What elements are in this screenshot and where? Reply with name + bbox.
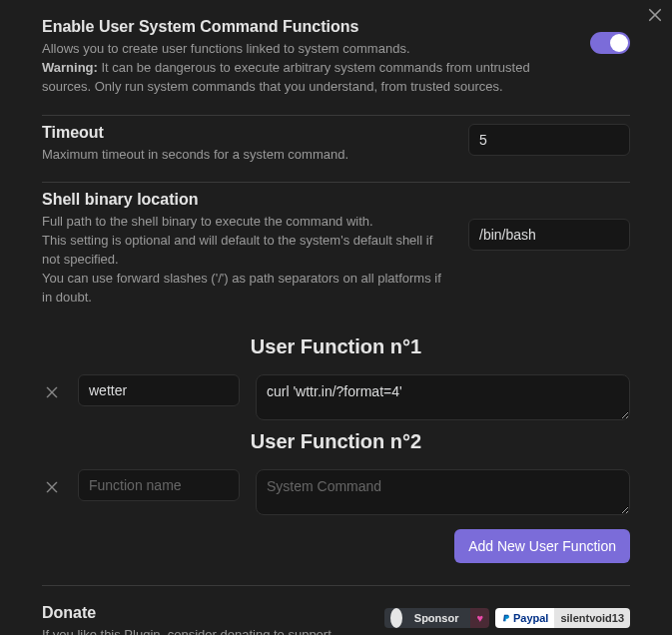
user-function-heading-1: User Function n°1 xyxy=(42,335,630,358)
user-function-heading-2: User Function n°2 xyxy=(42,430,630,453)
function-name-input[interactable] xyxy=(78,374,240,406)
setting-title: Enable User System Command Functions xyxy=(42,18,570,36)
setting-title: Timeout xyxy=(42,124,448,142)
user-function-row xyxy=(42,469,630,515)
setting-shell-binary: Shell binary location Full path to the s… xyxy=(42,182,630,324)
function-command-input[interactable] xyxy=(256,469,630,515)
setting-description: Maximum timeout in seconds for a system … xyxy=(42,146,448,165)
github-sponsor-badge[interactable]: Sponsor ♥ xyxy=(384,608,489,628)
add-user-function-button[interactable]: Add New User Function xyxy=(454,529,630,563)
donate-section: Donate If you like this Plugin, consider… xyxy=(42,586,630,635)
remove-function-button[interactable] xyxy=(42,469,62,505)
setting-title: Shell binary location xyxy=(42,191,448,209)
function-name-input[interactable] xyxy=(78,469,240,501)
paypal-icon xyxy=(501,612,511,624)
paypal-badge[interactable]: Paypal silentvoid13 xyxy=(495,608,630,628)
shell-binary-input[interactable] xyxy=(468,219,630,251)
setting-enable-user-system-cmd: Enable User System Command Functions All… xyxy=(42,18,630,115)
user-function-row xyxy=(42,374,630,420)
heart-icon: ♥ xyxy=(470,608,489,628)
function-command-input[interactable] xyxy=(256,374,630,420)
timeout-input[interactable] xyxy=(468,124,630,156)
close-icon[interactable] xyxy=(646,6,664,24)
setting-timeout: Timeout Maximum timeout in seconds for a… xyxy=(42,115,630,183)
setting-description: Allows you to create user functions link… xyxy=(42,40,570,97)
remove-function-button[interactable] xyxy=(42,374,62,410)
donate-description: If you like this Plugin, consider donati… xyxy=(42,626,364,635)
donate-title: Donate xyxy=(42,604,364,622)
enable-toggle[interactable] xyxy=(590,32,630,54)
setting-description: Full path to the shell binary to execute… xyxy=(42,213,448,307)
github-icon xyxy=(390,608,402,628)
